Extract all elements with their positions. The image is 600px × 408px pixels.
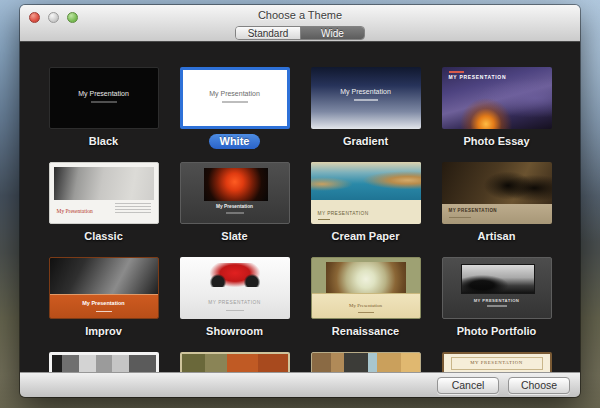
desktop-wallpaper: Choose a Theme Standard Wide My Presenta… <box>0 0 600 408</box>
thumbnail-slide-subtitle <box>226 310 244 311</box>
theme-name-label: White <box>209 134 261 149</box>
theme-thumbnail[interactable]: MY PRESENTATION <box>180 257 290 319</box>
thumbnail-art <box>54 167 154 200</box>
thumbnail-slide-title: My Presentation <box>50 90 158 97</box>
theme-item-partial[interactable] <box>311 352 421 372</box>
thumbnail-slide-title: My Presentation <box>311 88 421 95</box>
theme-thumbnail[interactable]: My Presentation <box>311 67 421 129</box>
theme-item-artisan[interactable]: MY PRESENTATIONArtisan <box>442 162 552 244</box>
theme-thumbnail[interactable]: MY PRESENTATION <box>442 352 552 372</box>
dialog-footer: Cancel Choose <box>20 372 580 397</box>
cancel-button[interactable]: Cancel <box>437 377 499 394</box>
thumbnail-slide-subtitle <box>226 212 244 214</box>
thumbnail-art <box>210 263 260 287</box>
thumbnail-slide-subtitle <box>222 101 248 103</box>
theme-thumbnail[interactable] <box>311 352 421 372</box>
theme-thumbnail[interactable]: My Presentation <box>49 257 159 319</box>
zoom-button[interactable] <box>67 12 78 23</box>
thumbnail-art <box>52 355 156 372</box>
theme-name-label: Renaissance <box>332 324 399 339</box>
theme-thumbnail[interactable]: MY PRESENTATION <box>311 162 421 224</box>
thumbnail-slide-subtitle <box>449 217 471 219</box>
thumbnail-slide-subtitle <box>487 305 507 307</box>
theme-item-photo-essay[interactable]: MY PRESENTATIONPhoto Essay <box>442 67 552 149</box>
theme-name-label: Photo Portfolio <box>457 324 536 339</box>
theme-name-label: Artisan <box>478 229 516 244</box>
close-button[interactable] <box>29 12 40 23</box>
theme-item-cream-paper[interactable]: MY PRESENTATIONCream Paper <box>311 162 421 244</box>
theme-thumbnail[interactable]: MY PRESENTATION <box>442 162 552 224</box>
thumbnail-slide-title: MY PRESENTATION <box>444 360 550 365</box>
theme-name-label: Classic <box>84 229 123 244</box>
theme-item-improv[interactable]: My PresentationImprov <box>49 257 159 339</box>
thumbnail-art <box>461 264 535 294</box>
thumbnail-art <box>311 162 421 200</box>
theme-item-gradient[interactable]: My PresentationGradient <box>311 67 421 149</box>
thumbnail-slide-title: MY PRESENTATION <box>449 208 498 213</box>
theme-grid: My PresentationBlackMy PresentationWhite… <box>20 42 580 372</box>
segment-standard[interactable]: Standard <box>236 27 300 39</box>
theme-thumbnail[interactable]: MY PRESENTATION <box>442 257 552 319</box>
theme-chooser-content: My PresentationBlackMy PresentationWhite… <box>20 42 580 372</box>
theme-thumbnail[interactable]: My Presentation <box>180 162 290 224</box>
choose-button[interactable]: Choose <box>508 377 570 394</box>
thumbnail-slide-subtitle <box>358 312 374 313</box>
thumbnail-slide-subtitle <box>449 71 464 73</box>
theme-item-black[interactable]: My PresentationBlack <box>49 67 159 149</box>
thumbnail-slide-title: MY PRESENTATION <box>443 298 551 303</box>
theme-thumbnail[interactable]: MY PRESENTATION <box>442 67 552 129</box>
theme-name-label: Gradient <box>343 134 388 149</box>
thumbnail-slide-title: My Presentation <box>181 204 289 209</box>
thumbnail-slide-title: MY PRESENTATION <box>318 211 369 216</box>
thumbnail-slide-title: MY PRESENTATION <box>449 74 507 80</box>
thumbnail-art <box>50 294 158 318</box>
theme-item-photo-portfolio[interactable]: MY PRESENTATIONPhoto Portfolio <box>442 257 552 339</box>
thumbnail-art <box>326 262 406 295</box>
thumbnail-slide-subtitle <box>96 311 112 313</box>
theme-thumbnail[interactable]: My Presentation <box>311 257 421 319</box>
thumbnail-slide-subtitle <box>91 101 117 103</box>
theme-item-partial[interactable] <box>49 352 159 372</box>
theme-item-classic[interactable]: My PresentationClassic <box>49 162 159 244</box>
thumbnail-art <box>204 168 268 201</box>
thumbnail-slide-title: My Presentation <box>312 303 420 308</box>
theme-item-renaissance[interactable]: My PresentationRenaissance <box>311 257 421 339</box>
theme-thumbnail[interactable]: My Presentation <box>180 67 290 129</box>
minimize-button[interactable] <box>48 12 59 23</box>
theme-item-partial[interactable] <box>180 352 290 372</box>
thumbnail-slide-title: MY PRESENTATION <box>180 300 290 305</box>
thumbnail-slide-title: My Presentation <box>183 90 287 97</box>
theme-name-label: Cream Paper <box>332 229 400 244</box>
thumbnail-slide-title: My Presentation <box>50 300 158 306</box>
theme-thumbnail[interactable]: My Presentation <box>49 162 159 224</box>
theme-thumbnail[interactable] <box>180 352 290 372</box>
theme-item-slate[interactable]: My PresentationSlate <box>180 162 290 244</box>
thumbnail-slide-title: My Presentation <box>57 208 93 214</box>
choose-theme-dialog: Choose a Theme Standard Wide My Presenta… <box>20 5 580 397</box>
theme-name-label: Photo Essay <box>463 134 529 149</box>
theme-item-showroom[interactable]: MY PRESENTATIONShowroom <box>180 257 290 339</box>
thumbnail-art <box>115 203 151 215</box>
theme-thumbnail[interactable] <box>49 352 159 372</box>
size-segmented-control: Standard Wide <box>235 26 365 40</box>
window-title: Choose a Theme <box>20 5 580 21</box>
thumbnail-slide-subtitle <box>354 99 378 101</box>
traffic-lights <box>29 12 78 23</box>
theme-item-white[interactable]: My PresentationWhite <box>180 67 290 149</box>
theme-name-label: Showroom <box>206 324 263 339</box>
theme-item-partial[interactable]: MY PRESENTATION <box>442 352 552 372</box>
title-bar: Choose a Theme Standard Wide <box>20 5 580 42</box>
thumbnail-slide-subtitle <box>318 219 330 220</box>
theme-name-label: Slate <box>221 229 247 244</box>
theme-name-label: Improv <box>85 324 122 339</box>
theme-name-label: Black <box>89 134 118 149</box>
theme-thumbnail[interactable]: My Presentation <box>49 67 159 129</box>
thumbnail-art <box>442 204 552 224</box>
segment-wide[interactable]: Wide <box>300 27 364 39</box>
